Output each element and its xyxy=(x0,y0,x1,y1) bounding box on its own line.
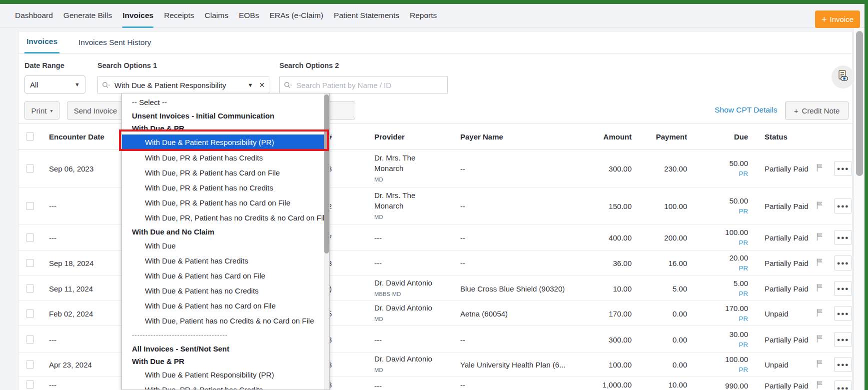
select-all-checkbox[interactable] xyxy=(26,132,34,140)
dropdown-option[interactable]: With Due & Patient has no Credits xyxy=(122,284,324,298)
dropdown-option[interactable]: With Due & Patient has Card on File xyxy=(122,268,324,284)
dropdown-group-header[interactable]: With Due & PR xyxy=(122,122,324,134)
combo-caret-icon[interactable]: ▼ xyxy=(247,82,253,88)
dropdown-option[interactable]: With Due xyxy=(122,238,324,254)
row-checkbox[interactable] xyxy=(26,336,34,344)
header-encounter-date[interactable]: Encounter Date xyxy=(49,132,119,141)
dropdown-option[interactable]: With Due, PR & Patient has Credits xyxy=(122,382,324,390)
row-checkbox[interactable] xyxy=(26,380,34,388)
dropdown-scrollbar-track[interactable] xyxy=(324,94,329,390)
row-actions-menu-button[interactable]: ●●● xyxy=(834,332,852,347)
dropdown-option[interactable]: With Due & Patient has no Card on File xyxy=(122,298,324,314)
flag-icon[interactable] xyxy=(816,164,824,174)
dropdown-option[interactable]: With Due, PR & Patient has Credits xyxy=(122,150,324,166)
dropdown-option-selected[interactable]: With Due & Patient Responsibility (PR) xyxy=(122,134,324,150)
dropdown-option[interactable]: With Due, PR, Patient has no Credits & n… xyxy=(122,210,324,226)
credit-note-button[interactable]: + Credit Note xyxy=(785,102,849,120)
row-actions-menu-button[interactable]: ●●● xyxy=(834,198,852,214)
flag-icon[interactable] xyxy=(816,201,824,211)
provider-cell: --- xyxy=(374,258,457,268)
nav-item-eobs[interactable]: EOBs xyxy=(239,4,259,28)
print-button[interactable]: Print ▾ xyxy=(24,102,59,120)
status-cell: Partially Paid xyxy=(765,163,821,174)
row-actions-menu-button[interactable]: ●●● xyxy=(834,256,852,270)
search-options-1-combo[interactable]: With Due & Patient Responsibility ▼ ✕ xyxy=(97,76,269,94)
row-checkbox[interactable] xyxy=(26,234,34,242)
status-cell: Partially Paid xyxy=(765,201,821,212)
nav-item-reports[interactable]: Reports xyxy=(410,4,437,28)
tab-invoices[interactable]: Invoices xyxy=(24,37,59,54)
flag-icon[interactable] xyxy=(816,334,824,344)
row-actions-cell: ●●● xyxy=(834,281,852,296)
date-range-select[interactable]: All ▼ xyxy=(24,76,85,94)
row-actions-menu-button[interactable]: ●●● xyxy=(834,281,852,296)
row-actions-menu-button[interactable]: ●●● xyxy=(834,230,852,245)
row-actions-menu-button[interactable]: ●●● xyxy=(834,380,852,390)
row-checkbox[interactable] xyxy=(26,360,34,368)
provider-credentials: MD xyxy=(374,314,457,324)
due-cell: 990.00PR xyxy=(703,380,748,390)
nav-item-claims[interactable]: Claims xyxy=(205,4,228,28)
header-amount[interactable]: Amount xyxy=(520,132,632,141)
dropdown-option[interactable]: With Due & Patient has Credits xyxy=(122,254,324,268)
dropdown-option[interactable]: With Due, PR & Patient has no Credits xyxy=(122,180,324,196)
nav-item-patient-statements[interactable]: Patient Statements xyxy=(334,4,399,28)
nav-item-eras-e-claim-[interactable]: ERAs (e-Claim) xyxy=(269,4,323,28)
page-scrollbar-thumb[interactable] xyxy=(856,31,863,176)
new-invoice-label: Invoice xyxy=(830,15,854,24)
dropdown-option[interactable]: With Due, PR & Patient has Card on File xyxy=(122,166,324,180)
header-status[interactable]: Status xyxy=(765,132,821,142)
header-payment[interactable]: Payment xyxy=(643,132,687,141)
amount-cell: 300.00 xyxy=(520,164,632,172)
dropdown-option[interactable]: With Due, PR & Patient has no Card on Fi… xyxy=(122,196,324,210)
row-actions-menu-button[interactable]: ●●● xyxy=(834,161,852,176)
show-cpt-details-link[interactable]: Show CPT Details xyxy=(715,106,777,114)
send-invoice-button[interactable]: Send Invoice xyxy=(67,102,124,120)
header-due[interactable]: Due xyxy=(703,132,748,142)
page-scrollbar-track[interactable] xyxy=(854,28,865,390)
clear-filter-icon[interactable]: ✕ xyxy=(259,81,265,89)
provider-cell: Dr. Mrs. TheMonarchMD xyxy=(374,152,457,184)
row-actions-cell: ●●● xyxy=(834,161,852,176)
provider-cell: Dr. Mrs. TheMonarchMD xyxy=(374,190,457,222)
row-checkbox[interactable] xyxy=(26,164,34,172)
flag-icon[interactable] xyxy=(816,284,824,294)
flag-icon[interactable] xyxy=(816,360,824,370)
flag-icon[interactable] xyxy=(816,308,824,318)
dropdown-option[interactable]: With Due & Patient Responsibility (PR) xyxy=(122,368,324,382)
row-checkbox[interactable] xyxy=(26,310,34,318)
pr-tag: PR xyxy=(703,314,748,324)
dropdown-group-header[interactable]: Unsent Invoices - Initial Communication xyxy=(122,110,324,122)
flag-icon[interactable] xyxy=(816,232,824,242)
dropdown-group-header[interactable]: All Invoices - Sent/Not Sent xyxy=(122,342,324,356)
row-checkbox-cell xyxy=(26,336,34,344)
patient-search-input[interactable] xyxy=(296,81,443,90)
pr-tag: PR xyxy=(703,263,748,274)
dropdown-group-header[interactable]: With Due & PR xyxy=(122,356,324,368)
row-checkbox[interactable] xyxy=(26,202,34,210)
row-actions-cell: ●●● xyxy=(834,380,852,390)
row-actions-menu-button[interactable]: ●●● xyxy=(834,357,852,372)
flag-icon[interactable] xyxy=(816,380,824,390)
tab-invoices-sent-history[interactable]: Invoices Sent History xyxy=(76,38,153,53)
nav-item-invoices[interactable]: Invoices xyxy=(122,4,153,28)
encounter-date-cell: Sep 11, 2024 xyxy=(49,284,119,292)
nav-item-generate-bills[interactable]: Generate Bills xyxy=(63,4,112,28)
nav-item-dashboard[interactable]: Dashboard xyxy=(15,4,53,28)
dropdown-option[interactable]: -- Select -- xyxy=(122,96,324,110)
dropdown-option[interactable]: With Due, Patient has no Credits & no Ca… xyxy=(122,314,324,328)
due-amount: 990.00 xyxy=(703,380,748,390)
header-provider[interactable]: Provider xyxy=(374,132,457,142)
row-actions-cell: ●●● xyxy=(834,306,852,321)
row-checkbox[interactable] xyxy=(26,284,34,292)
row-checkbox[interactable] xyxy=(26,259,34,267)
dropdown-group-header[interactable]: With Due and No Claim xyxy=(122,226,324,238)
provider-name-line: Dr. David Antonio xyxy=(374,302,457,313)
status-cell: Partially Paid xyxy=(765,283,821,294)
dropdown-scrollbar-thumb[interactable] xyxy=(324,94,329,254)
new-invoice-button[interactable]: + Invoice xyxy=(815,10,860,28)
row-actions-menu-button[interactable]: ●●● xyxy=(834,306,852,321)
nav-item-receipts[interactable]: Receipts xyxy=(164,4,194,28)
invoice-preview-toggle-button[interactable] xyxy=(832,66,855,88)
flag-icon[interactable] xyxy=(816,258,824,268)
